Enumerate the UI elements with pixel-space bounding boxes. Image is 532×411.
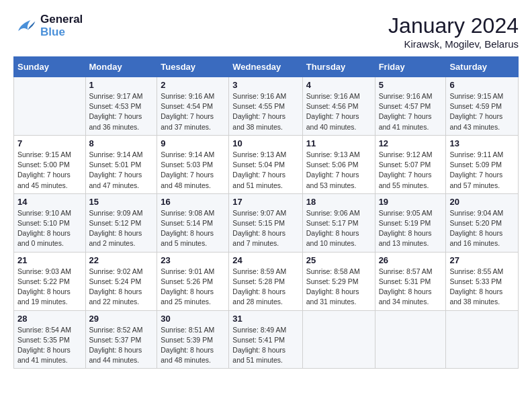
calendar-cell: 16Sunrise: 9:08 AM Sunset: 5:14 PM Dayli… [157, 193, 229, 252]
day-info: Sunrise: 9:09 AM Sunset: 5:12 PM Dayligh… [89, 208, 154, 249]
day-number: 1 [89, 80, 154, 90]
calendar-cell [302, 310, 375, 369]
calendar-week-row: 7Sunrise: 9:15 AM Sunset: 5:00 PM Daylig… [14, 135, 519, 193]
weekday-row: SundayMondayTuesdayWednesdayThursdayFrid… [14, 57, 519, 77]
day-info: Sunrise: 8:49 AM Sunset: 5:41 PM Dayligh… [232, 325, 298, 366]
day-info: Sunrise: 9:14 AM Sunset: 5:01 PM Dayligh… [89, 150, 154, 191]
day-number: 31 [232, 314, 298, 324]
day-info: Sunrise: 8:58 AM Sunset: 5:29 PM Dayligh… [306, 267, 371, 308]
calendar-cell: 12Sunrise: 9:12 AM Sunset: 5:07 PM Dayli… [375, 135, 446, 193]
calendar-cell [446, 310, 519, 369]
day-info: Sunrise: 9:15 AM Sunset: 5:00 PM Dayligh… [17, 150, 82, 191]
calendar-cell: 7Sunrise: 9:15 AM Sunset: 5:00 PM Daylig… [14, 135, 86, 193]
calendar-week-row: 28Sunrise: 8:54 AM Sunset: 5:35 PM Dayli… [14, 310, 519, 369]
day-number: 3 [232, 80, 298, 90]
day-info: Sunrise: 9:11 AM Sunset: 5:09 PM Dayligh… [449, 150, 515, 191]
calendar-cell: 18Sunrise: 9:06 AM Sunset: 5:17 PM Dayli… [302, 193, 375, 252]
day-info: Sunrise: 9:01 AM Sunset: 5:26 PM Dayligh… [161, 267, 225, 308]
day-number: 8 [89, 138, 154, 148]
day-number: 21 [17, 255, 82, 265]
calendar-cell: 4Sunrise: 9:16 AM Sunset: 4:56 PM Daylig… [302, 77, 375, 136]
day-number: 23 [161, 255, 225, 265]
day-number: 9 [161, 138, 225, 148]
day-number: 17 [232, 197, 298, 207]
day-info: Sunrise: 9:15 AM Sunset: 4:59 PM Dayligh… [449, 91, 515, 132]
calendar-cell: 14Sunrise: 9:10 AM Sunset: 5:10 PM Dayli… [14, 193, 86, 252]
day-number: 12 [379, 138, 443, 148]
calendar-cell: 24Sunrise: 8:59 AM Sunset: 5:28 PM Dayli… [229, 252, 302, 310]
calendar-cell [14, 77, 86, 136]
day-number: 24 [232, 255, 298, 265]
day-info: Sunrise: 9:12 AM Sunset: 5:07 PM Dayligh… [379, 150, 443, 191]
day-number: 30 [161, 314, 225, 324]
day-number: 25 [306, 255, 371, 265]
calendar-cell: 10Sunrise: 9:13 AM Sunset: 5:04 PM Dayli… [229, 135, 302, 193]
logo-text: General Blue [40, 13, 83, 38]
calendar-cell: 17Sunrise: 9:07 AM Sunset: 5:15 PM Dayli… [229, 193, 302, 252]
day-info: Sunrise: 9:16 AM Sunset: 4:54 PM Dayligh… [161, 91, 225, 132]
day-number: 28 [17, 314, 82, 324]
calendar-cell: 20Sunrise: 9:04 AM Sunset: 5:20 PM Dayli… [446, 193, 519, 252]
day-info: Sunrise: 9:13 AM Sunset: 5:04 PM Dayligh… [232, 150, 298, 191]
weekday-header: Friday [375, 57, 446, 77]
calendar-cell: 9Sunrise: 9:14 AM Sunset: 5:03 PM Daylig… [157, 135, 229, 193]
calendar-cell: 15Sunrise: 9:09 AM Sunset: 5:12 PM Dayli… [85, 193, 157, 252]
day-number: 4 [306, 80, 371, 90]
calendar-week-row: 21Sunrise: 9:03 AM Sunset: 5:22 PM Dayli… [14, 252, 519, 310]
day-number: 26 [379, 255, 443, 265]
calendar-cell: 13Sunrise: 9:11 AM Sunset: 5:09 PM Dayli… [446, 135, 519, 193]
day-number: 14 [17, 197, 82, 207]
weekday-header: Sunday [14, 57, 86, 77]
day-number: 18 [306, 197, 371, 207]
location: Kirawsk, Mogilev, Belarus [388, 38, 519, 50]
day-number: 7 [17, 138, 82, 148]
day-info: Sunrise: 9:02 AM Sunset: 5:24 PM Dayligh… [89, 267, 154, 308]
day-number: 2 [161, 80, 225, 90]
logo-general: General [40, 13, 83, 26]
calendar-week-row: 1Sunrise: 9:17 AM Sunset: 4:53 PM Daylig… [14, 77, 519, 136]
calendar-cell: 21Sunrise: 9:03 AM Sunset: 5:22 PM Dayli… [14, 252, 86, 310]
calendar-cell: 23Sunrise: 9:01 AM Sunset: 5:26 PM Dayli… [157, 252, 229, 310]
calendar-body: 1Sunrise: 9:17 AM Sunset: 4:53 PM Daylig… [14, 77, 519, 369]
weekday-header: Tuesday [157, 57, 229, 77]
calendar-cell: 5Sunrise: 9:16 AM Sunset: 4:57 PM Daylig… [375, 77, 446, 136]
calendar-cell: 31Sunrise: 8:49 AM Sunset: 5:41 PM Dayli… [229, 310, 302, 369]
calendar-cell: 3Sunrise: 9:16 AM Sunset: 4:55 PM Daylig… [229, 77, 302, 136]
calendar-cell: 28Sunrise: 8:54 AM Sunset: 5:35 PM Dayli… [14, 310, 86, 369]
weekday-header: Saturday [446, 57, 519, 77]
day-number: 27 [449, 255, 515, 265]
calendar-cell: 6Sunrise: 9:15 AM Sunset: 4:59 PM Daylig… [446, 77, 519, 136]
calendar-table: SundayMondayTuesdayWednesdayThursdayFrid… [13, 56, 519, 369]
day-info: Sunrise: 8:57 AM Sunset: 5:31 PM Dayligh… [379, 267, 443, 308]
day-info: Sunrise: 9:03 AM Sunset: 5:22 PM Dayligh… [17, 267, 82, 308]
day-number: 20 [449, 197, 515, 207]
day-info: Sunrise: 9:13 AM Sunset: 5:06 PM Dayligh… [306, 150, 371, 191]
day-info: Sunrise: 8:59 AM Sunset: 5:28 PM Dayligh… [232, 267, 298, 308]
day-info: Sunrise: 9:16 AM Sunset: 4:57 PM Dayligh… [379, 91, 443, 132]
weekday-header: Wednesday [229, 57, 302, 77]
logo: General Blue [13, 13, 83, 38]
day-number: 10 [232, 138, 298, 148]
page-header: General Blue January 2024 Kirawsk, Mogil… [13, 13, 519, 50]
calendar-cell: 11Sunrise: 9:13 AM Sunset: 5:06 PM Dayli… [302, 135, 375, 193]
calendar-cell: 26Sunrise: 8:57 AM Sunset: 5:31 PM Dayli… [375, 252, 446, 310]
day-info: Sunrise: 9:06 AM Sunset: 5:17 PM Dayligh… [306, 208, 371, 249]
weekday-header: Monday [85, 57, 157, 77]
day-number: 15 [89, 197, 154, 207]
day-info: Sunrise: 8:52 AM Sunset: 5:37 PM Dayligh… [89, 325, 154, 366]
day-number: 5 [379, 80, 443, 90]
day-number: 19 [379, 197, 443, 207]
calendar-cell: 1Sunrise: 9:17 AM Sunset: 4:53 PM Daylig… [85, 77, 157, 136]
logo-icon [13, 14, 38, 38]
day-info: Sunrise: 9:17 AM Sunset: 4:53 PM Dayligh… [89, 91, 154, 132]
day-info: Sunrise: 8:55 AM Sunset: 5:33 PM Dayligh… [449, 267, 515, 308]
day-info: Sunrise: 8:54 AM Sunset: 5:35 PM Dayligh… [17, 325, 82, 366]
title-block: January 2024 Kirawsk, Mogilev, Belarus [388, 13, 519, 50]
calendar-cell: 22Sunrise: 9:02 AM Sunset: 5:24 PM Dayli… [85, 252, 157, 310]
day-info: Sunrise: 9:10 AM Sunset: 5:10 PM Dayligh… [17, 208, 82, 249]
day-info: Sunrise: 9:08 AM Sunset: 5:14 PM Dayligh… [161, 208, 225, 249]
day-info: Sunrise: 8:51 AM Sunset: 5:39 PM Dayligh… [161, 325, 225, 366]
day-info: Sunrise: 9:05 AM Sunset: 5:19 PM Dayligh… [379, 208, 443, 249]
calendar-cell: 2Sunrise: 9:16 AM Sunset: 4:54 PM Daylig… [157, 77, 229, 136]
calendar-cell: 29Sunrise: 8:52 AM Sunset: 5:37 PM Dayli… [85, 310, 157, 369]
